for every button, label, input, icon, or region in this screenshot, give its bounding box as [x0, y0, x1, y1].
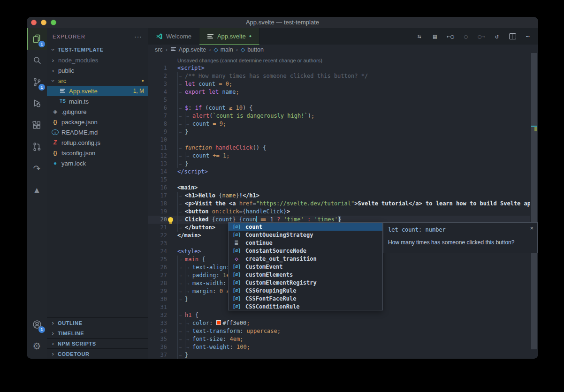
- current-change-icon[interactable]: ○: [460, 31, 472, 42]
- breadcrumb-main[interactable]: ◇main: [213, 46, 233, 53]
- suggest-item-continue[interactable]: ≣continue: [229, 239, 382, 247]
- code-line[interactable]: 15: [148, 176, 530, 184]
- tree-root-test-template[interactable]: › TEST-TEMPLATE: [47, 45, 148, 55]
- breadcrumb-button[interactable]: ◇button: [241, 46, 264, 53]
- extensions-icon: [32, 120, 42, 130]
- scrollbar[interactable]: [531, 53, 537, 349]
- code-line[interactable]: 2→/** How many times has someone clicked…: [148, 72, 530, 80]
- lightbulb-icon[interactable]: [168, 217, 173, 222]
- open-changes-icon[interactable]: ▤: [429, 31, 441, 42]
- tree-item-src[interactable]: ›src●: [47, 75, 148, 86]
- breadcrumb-src[interactable]: src: [155, 46, 163, 53]
- line-content: →→font-size: 4em;: [177, 335, 243, 343]
- activity-item-search[interactable]: [27, 50, 47, 71]
- braces-icon: {}: [52, 120, 59, 125]
- breadcrumb-separator-icon: ›: [166, 46, 168, 53]
- activity-item-explorer[interactable]: 1: [27, 28, 47, 50]
- code-line[interactable]: 5: [148, 96, 530, 104]
- code-line[interactable]: 6→$: if (count ≥ 10) {: [148, 104, 530, 112]
- activity-item-azure[interactable]: ▲: [27, 179, 47, 201]
- activity-item-accounts[interactable]: 1: [27, 314, 47, 335]
- code-line[interactable]: 9→}: [148, 128, 530, 136]
- code-line[interactable]: 17→<h1>Hello {name}!</h1>: [148, 192, 530, 200]
- indent-guide: →: [177, 192, 185, 200]
- suggest-label: ConstantSourceNode: [245, 248, 306, 254]
- code-editor[interactable]: Unsaved changes (cannot determine recent…: [148, 55, 530, 359]
- file-history-icon[interactable]: ↺: [491, 31, 503, 42]
- split-editor-icon[interactable]: [507, 31, 518, 42]
- code-token: <style>: [177, 248, 201, 256]
- tree-item-rollup-config-js[interactable]: Zrollup.config.js: [47, 137, 148, 148]
- code-line[interactable]: 37→}: [148, 351, 530, 359]
- code-line[interactable]: 12→→count += 1;: [148, 152, 530, 160]
- suggest-item-customevent[interactable]: [∅]CustomEvent: [229, 263, 382, 271]
- line-number: 34: [148, 327, 167, 335]
- tree-item-tsconfig-json[interactable]: {}tsconfig.json: [47, 148, 148, 158]
- line-number: 28: [148, 279, 167, 287]
- line-number: 7: [148, 112, 167, 120]
- section-header-npm-scripts[interactable]: ›NPM SCRIPTS: [47, 338, 148, 348]
- tree-item-public[interactable]: ›public: [47, 65, 148, 75]
- code-line[interactable]: 8→→count = 9;: [148, 120, 530, 128]
- suggest-label: CSSGroupingRule: [245, 287, 296, 294]
- tree-item-node-modules[interactable]: ›node_modules: [47, 55, 148, 65]
- section-header-timeline[interactable]: ›TIMELINE: [47, 328, 148, 338]
- more-actions-icon[interactable]: ⋯: [522, 31, 534, 42]
- suggest-item-customelements[interactable]: [∅]customElements: [229, 271, 382, 279]
- tree-item-yarn-lock[interactable]: ●yarn.lock: [47, 158, 148, 168]
- activity-item-run-debug[interactable]: [27, 93, 47, 114]
- compare-changes-icon[interactable]: ⇆: [414, 31, 425, 42]
- suggest-item-create_out_transition[interactable]: ◇create_out_transition: [229, 255, 382, 263]
- code-line[interactable]: 10: [148, 136, 530, 144]
- symbol-variable-icon: [∅]: [231, 248, 242, 254]
- breadcrumb-app-svelte[interactable]: App.svelte: [170, 46, 206, 53]
- tree-item-main-ts[interactable]: TSmain.ts: [47, 96, 148, 106]
- code-token: <p>: [185, 200, 195, 208]
- suggest-item-customelementregistry[interactable]: [∅]CustomElementRegistry: [229, 279, 382, 286]
- tree-item-readme-md[interactable]: iREADME.md: [47, 127, 148, 137]
- code-line[interactable]: 19→<button on:click={handleClick}>: [148, 208, 530, 216]
- chevron-right-icon: ›: [51, 330, 55, 337]
- activity-item-extensions[interactable]: [27, 114, 47, 136]
- code-line[interactable]: 4→export let name;: [148, 88, 530, 96]
- section-header-codetour[interactable]: ›CODETOUR: [47, 348, 148, 359]
- suggest-item-countqueuingstrategy[interactable]: [∅]CountQueuingStrategy: [229, 231, 382, 239]
- code-line[interactable]: 1<script>: [148, 64, 530, 72]
- tree-item-package-json[interactable]: {}package.json: [47, 117, 148, 127]
- code-line[interactable]: 33→→color: #ff3e00;: [148, 319, 530, 327]
- code-token: :: [223, 335, 229, 343]
- activity-item-settings[interactable]: ⚙: [27, 335, 47, 357]
- suggest-item-cssconditionrule[interactable]: [∅]CSSConditionRule: [229, 302, 382, 310]
- code-line[interactable]: 36→→font-weight: 100;: [148, 343, 530, 351]
- activity-item-source-control[interactable]: 1: [27, 71, 47, 93]
- activity-item-live-share[interactable]: ↷: [27, 158, 47, 179]
- line-number: 5: [148, 96, 167, 104]
- close-icon[interactable]: ×: [530, 225, 534, 232]
- activity-item-github-pr[interactable]: [27, 136, 47, 158]
- code-line[interactable]: 13→}: [148, 160, 530, 168]
- next-change-icon[interactable]: ○→: [476, 31, 487, 42]
- code-line[interactable]: 35→→font-size: 4em;: [148, 335, 530, 343]
- code-line[interactable]: 14</script>: [148, 168, 530, 176]
- code-line[interactable]: 7→→alert(`count is dangerously high!`);: [148, 112, 530, 120]
- code-token: /** How many times has someone clicked t…: [185, 72, 368, 80]
- suggest-item-constantsourcenode[interactable]: [∅]ConstantSourceNode: [229, 247, 382, 255]
- suggest-item-cssgroupingrule[interactable]: [∅]CSSGroupingRule: [229, 286, 382, 294]
- suggest-item-cssfontfacerule[interactable]: [∅]CSSFontFaceRule: [229, 294, 382, 302]
- code-line[interactable]: 11→function handleClick() {: [148, 144, 530, 152]
- tab-app-svelte[interactable]: App.svelte●: [199, 28, 259, 45]
- code-token: [209, 152, 213, 160]
- section-header-outline[interactable]: ›OUTLINE: [47, 317, 148, 328]
- code-line[interactable]: 16<main>: [148, 184, 530, 192]
- code-line[interactable]: 18→<p>Visit the <a href="https://svelte.…: [148, 200, 530, 208]
- suggest-item-count[interactable]: [∅]count: [229, 223, 382, 231]
- code-line[interactable]: 32→h1 {: [148, 311, 530, 319]
- code-token: :: [209, 319, 216, 327]
- tab-welcome[interactable]: Welcome: [148, 28, 199, 45]
- code-line[interactable]: 3→let count = 0;: [148, 80, 530, 88]
- code-line[interactable]: 34→→text-transform: uppercase;: [148, 327, 530, 335]
- previous-change-icon[interactable]: ←○: [445, 31, 456, 42]
- tree-item--gitignore[interactable]: ◈.gitignore: [47, 106, 148, 117]
- more-actions-icon[interactable]: ···: [134, 33, 142, 40]
- tree-item-app-svelte[interactable]: App.svelte1, M: [47, 86, 148, 96]
